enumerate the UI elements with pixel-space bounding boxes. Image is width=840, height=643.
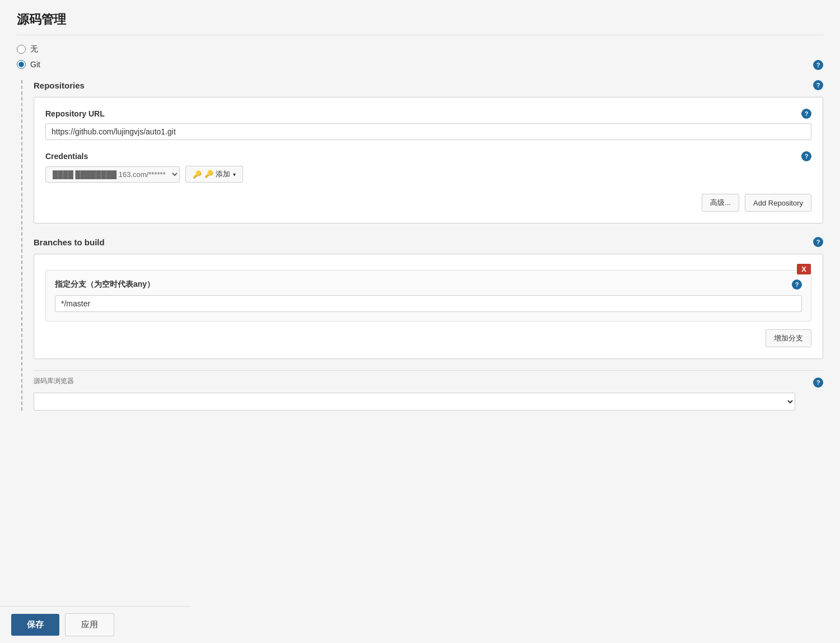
credentials-field-label: Credentials ? xyxy=(45,151,811,161)
branch-item-header: 指定分支（为空时代表any） ? xyxy=(55,279,802,290)
add-dropdown-arrow: ▾ xyxy=(233,171,236,178)
source-browser-label: 源码库浏览器 xyxy=(34,376,74,386)
source-browser-select[interactable] xyxy=(34,393,795,411)
repo-url-field-label: Repository URL ? xyxy=(45,109,811,119)
credentials-help-icon[interactable]: ? xyxy=(801,151,811,161)
page-container: 源码管理 无 Git ? Repositories ? Repository U xyxy=(0,0,840,643)
bottom-bar: 保存 应用 xyxy=(0,606,190,643)
source-browser-help-icon[interactable]: ? xyxy=(813,378,823,388)
add-key-icon: 🔑 xyxy=(193,170,202,179)
branches-section: Branches to build ? X 指定分支（为空时代表any） ? xyxy=(34,237,823,359)
credentials-select[interactable]: ████ ████████ 163.com/****** xyxy=(45,166,180,183)
git-help-icon[interactable]: ? xyxy=(813,60,823,70)
git-section: Repositories ? Repository URL ? Credenti… xyxy=(21,80,823,411)
source-browser-row: 源码库浏览器 ? xyxy=(34,376,823,388)
branches-header: Branches to build ? xyxy=(34,237,823,247)
branches-title: Branches to build xyxy=(34,237,105,247)
repositories-header: Repositories ? xyxy=(34,80,823,90)
credentials-row: ████ ████████ 163.com/****** 🔑 🔑 添加 ▾ xyxy=(45,166,811,183)
radio-none-label: 无 xyxy=(30,44,38,54)
repositories-title: Repositories xyxy=(34,81,85,90)
repositories-box: Repository URL ? Credentials ? ████ ████… xyxy=(34,97,823,223)
radio-item-git[interactable]: Git xyxy=(17,60,40,69)
save-button[interactable]: 保存 xyxy=(11,614,59,636)
source-browser-section: 源码库浏览器 ? xyxy=(34,370,823,411)
branches-box: X 指定分支（为空时代表any） ? 增加分支 xyxy=(34,254,823,359)
radio-none[interactable] xyxy=(17,45,26,54)
apply-button[interactable]: 应用 xyxy=(65,613,114,636)
credentials-add-button[interactable]: 🔑 🔑 添加 ▾ xyxy=(185,166,243,183)
branch-field-help-icon[interactable]: ? xyxy=(792,279,802,290)
scm-type-group: 无 Git ? xyxy=(17,44,823,70)
add-repository-button[interactable]: Add Repository xyxy=(745,194,811,212)
branch-item: X 指定分支（为空时代表any） ? xyxy=(45,270,811,322)
add-branch-button[interactable]: 增加分支 xyxy=(766,329,811,347)
repo-url-help-icon[interactable]: ? xyxy=(801,109,811,119)
radio-git-label: Git xyxy=(30,60,40,69)
remove-branch-button[interactable]: X xyxy=(797,264,811,274)
branch-field-label: 指定分支（为空时代表any） ? xyxy=(55,279,802,290)
branches-help-icon[interactable]: ? xyxy=(813,237,823,247)
repo-url-input[interactable] xyxy=(45,123,811,140)
advanced-button[interactable]: 高级... xyxy=(702,194,739,212)
repositories-help-icon[interactable]: ? xyxy=(813,80,823,90)
radio-item-none[interactable]: 无 xyxy=(17,44,823,54)
page-title: 源码管理 xyxy=(17,11,823,35)
repo-action-buttons: 高级... Add Repository xyxy=(45,194,811,212)
radio-git[interactable] xyxy=(17,60,26,69)
branch-input[interactable] xyxy=(55,295,802,312)
